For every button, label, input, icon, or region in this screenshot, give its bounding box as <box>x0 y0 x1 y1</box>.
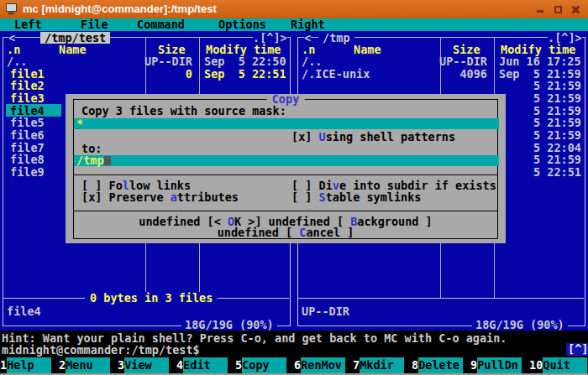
hotkey-letter: S <box>319 190 326 204</box>
file-mtime[interactable]: 5 21:59 <box>533 129 581 141</box>
column-header-name: Name <box>59 44 87 55</box>
column-header-size: Size <box>453 44 480 55</box>
fkey-number: 6 <box>294 357 301 373</box>
right-panel-history-controls[interactable]: .[^]> <box>548 32 582 44</box>
fkey-label: View <box>124 357 169 373</box>
column-header-modify-time: Modify time <box>206 44 281 55</box>
fkey-number: 10 <box>529 357 543 373</box>
dialog-separator-1 <box>73 174 498 175</box>
fkey-1-help[interactable]: 1Help <box>0 357 59 373</box>
hotkey-letter: U <box>319 130 326 143</box>
right-panel-path[interactable]: /tmp <box>318 32 354 44</box>
checkbox-shell-patterns[interactable]: [x] Using shell patterns <box>291 132 455 143</box>
file-mtime[interactable]: 5 21:59 <box>533 117 581 128</box>
file-size[interactable]: 0 <box>140 68 192 80</box>
menu-item-command[interactable]: Command <box>137 18 185 31</box>
fkey-2-menu[interactable]: 2Menu <box>59 357 118 373</box>
file-name[interactable]: /.ICE-unix <box>302 68 370 80</box>
fkey-label: Mkdir <box>360 357 404 373</box>
hint-line: Hint: Want your plain shell? Press C-o, … <box>2 332 507 344</box>
scrollback-indicator[interactable]: [^] <box>566 343 588 356</box>
label-text: ttributes <box>177 190 239 204</box>
file-mtime[interactable]: 5 21:59 <box>533 92 581 104</box>
window-title: mc [midnight@commander]:/tmp/test <box>23 3 217 15</box>
file-mtime[interactable]: Sep 5 21:59 <box>499 68 581 80</box>
titlebar: mc [midnight@commander]:/tmp/test <box>0 0 588 18</box>
marked-files-summary: 0 bytes in 3 files <box>85 292 218 304</box>
right-sort-indicator[interactable]: .n <box>302 44 315 55</box>
right-panel-resize-arrow[interactable]: < <box>304 32 311 44</box>
file-mtime[interactable]: 5 22:51 <box>533 166 581 178</box>
file-name[interactable]: file5 <box>10 117 45 128</box>
fkey-7-mkdir[interactable]: 7Mkdir <box>353 357 412 373</box>
file-name[interactable]: /.. <box>7 55 27 67</box>
source-mask-value: * <box>76 117 83 130</box>
file-mtime[interactable]: 5 21:59 <box>533 80 581 91</box>
fkey-5-copy[interactable]: 5Copy <box>235 357 294 373</box>
fkey-label: Menu <box>66 357 110 373</box>
terminal-icon <box>6 3 18 15</box>
checkbox-box: undefined <box>139 215 207 228</box>
file-name[interactable]: file4 <box>10 105 45 117</box>
left-panel-path[interactable]: /tmp/test <box>40 32 110 44</box>
fkey-label: Delete <box>418 357 463 373</box>
left-panel-history-controls[interactable]: .[^]> <box>253 32 287 44</box>
fkey-4-edit[interactable]: 4Edit <box>176 357 235 373</box>
cancel-button[interactable]: undefined [ Cancel ] <box>218 227 354 238</box>
file-name[interactable]: file9 <box>10 166 45 178</box>
checkbox-preserve-attributes[interactable]: [x] Preserve attributes <box>81 192 239 203</box>
source-mask-input[interactable]: * <box>74 118 499 129</box>
shell-prompt[interactable]: midnight@commander:/tmp/test$ <box>2 344 200 356</box>
menu-item-file[interactable]: File <box>81 18 108 31</box>
file-mtime[interactable]: Sep 5 22:51 <box>204 68 286 80</box>
source-mask-label: Copy 3 files with source mask: <box>81 106 286 117</box>
menu-item-left[interactable]: Left <box>14 18 42 31</box>
fkey-number: 3 <box>118 357 124 373</box>
file-name[interactable]: file2 <box>10 80 45 91</box>
file-mtime[interactable]: Jun 16 17:25 <box>499 55 581 67</box>
fkey-8-delete[interactable]: 8Delete <box>412 357 470 373</box>
file-name[interactable]: file6 <box>10 129 45 141</box>
checkbox-box: undefined <box>218 226 286 239</box>
checkbox-box: [x] <box>291 130 319 143</box>
left-panel-resize-arrow[interactable]: < <box>8 32 15 44</box>
file-name[interactable]: file1 <box>10 68 45 80</box>
file-name[interactable]: file3 <box>10 92 45 104</box>
left-sort-indicator[interactable]: .n <box>7 44 20 55</box>
fkey-number: 8 <box>412 357 418 373</box>
checkbox-stable-symlinks[interactable]: [ ] Stable symlinks <box>291 192 421 203</box>
file-name[interactable]: file7 <box>10 142 45 154</box>
file-size[interactable]: UP--DIR <box>435 55 487 67</box>
fkey-6-renmov[interactable]: 6RenMov <box>294 357 353 373</box>
file-name[interactable]: file8 <box>10 154 45 165</box>
fkey-label: Quit <box>543 357 587 373</box>
left-ministatus: file4 <box>7 305 41 317</box>
maximize-button[interactable] <box>554 5 563 14</box>
checkbox-box: [ ] <box>291 190 319 204</box>
file-mtime[interactable]: 5 21:59 <box>533 105 581 117</box>
minimize-button[interactable] <box>536 5 545 14</box>
fkey-9-pulldn[interactable]: 9PullDn <box>470 357 529 373</box>
menu-item-right[interactable]: Right <box>291 18 325 31</box>
mc-window: mc [midnight@commander]:/tmp/test LeftFi… <box>0 0 588 375</box>
dialog-separator-2 <box>73 211 498 211</box>
column-header-name: Name <box>354 44 381 55</box>
dialog-button-row: undefined [< OK >]undefined [ Background… <box>66 216 506 238</box>
file-size[interactable]: 4096 <box>435 68 487 80</box>
fkey-label: Help <box>7 357 51 373</box>
file-size[interactable]: UP--DIR <box>140 55 192 67</box>
file-mtime[interactable]: 5 21:59 <box>533 154 581 165</box>
fkey-10-quit[interactable]: 10Quit <box>529 357 588 373</box>
file-mtime[interactable]: Sep 5 22:50 <box>204 55 286 67</box>
right-ministatus: UP--DIR <box>302 305 349 317</box>
menu-item-options[interactable]: Options <box>218 18 266 31</box>
window-controls <box>536 0 580 18</box>
file-mtime[interactable]: 5 22:04 <box>533 142 581 154</box>
file-name[interactable]: /.. <box>302 55 322 67</box>
fkey-3-view[interactable]: 3View <box>118 357 176 373</box>
checkbox-box: [x] <box>81 190 109 204</box>
column-header-size: Size <box>158 44 186 55</box>
destination-input[interactable]: /tmp <box>74 155 499 166</box>
close-button[interactable] <box>571 5 580 14</box>
fkey-number: 5 <box>235 357 242 373</box>
